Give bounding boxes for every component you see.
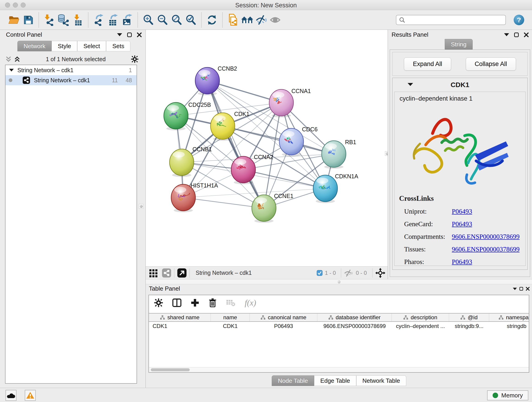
left-splitter-handle[interactable]: [139, 204, 143, 209]
table-cell[interactable]: cyclin–dependent ...: [392, 322, 449, 331]
delete-column-trash-icon[interactable]: [209, 298, 217, 307]
string-results-content: Expand All Collapse All CDK1 cyclin–depe…: [390, 50, 530, 277]
tab-edge-table[interactable]: Edge Table: [314, 375, 356, 386]
warnings-button[interactable]: [25, 390, 36, 401]
selected-nodes-checkbox-icon[interactable]: [317, 270, 323, 276]
network-options-gear-icon[interactable]: [131, 55, 139, 63]
zoom-in-button[interactable]: [141, 13, 155, 27]
network-view-canvas[interactable]: CCNB2CCNA1CDC25BCDK1CDC6RB1CCNB1CCNA2CDK…: [146, 30, 388, 266]
crosslink-link[interactable]: P06493: [452, 208, 472, 215]
eye-icon: [270, 15, 282, 25]
tab-style[interactable]: Style: [51, 41, 77, 51]
table-cell[interactable]: CDK1: [149, 322, 211, 331]
tab-string[interactable]: String: [445, 39, 473, 50]
open-session-button[interactable]: [7, 13, 21, 27]
network-share-gray-icon[interactable]: [162, 268, 171, 278]
column-header-description[interactable]: description: [392, 313, 449, 321]
network-row[interactable]: String Network – cdk1 11 48: [6, 75, 137, 85]
open-in-window-icon[interactable]: [177, 268, 187, 278]
tab-node-table[interactable]: Node Table: [272, 375, 314, 386]
crosslink-label: GeneCard:: [394, 220, 452, 228]
table-horizontal-scrollbar[interactable]: [149, 367, 529, 372]
houses-button[interactable]: [240, 13, 254, 27]
memory-button[interactable]: Memory: [487, 390, 528, 400]
refresh-icon: [207, 15, 217, 25]
tab-network[interactable]: Network: [17, 41, 51, 51]
tab-sets[interactable]: Sets: [106, 41, 130, 51]
birdseye-grid-icon[interactable]: [149, 268, 158, 278]
table-cell[interactable]: stringdb:9...: [449, 322, 489, 331]
hide-selected-button[interactable]: [254, 13, 268, 27]
table-cell[interactable]: P06493: [250, 322, 317, 331]
export-table-button[interactable]: [106, 13, 120, 27]
gene-section: CDK1 cyclin–dependent kinase 1: [392, 78, 528, 270]
open-folder-icon: [8, 15, 20, 25]
column-header-canonical-name[interactable]: canonical name: [250, 313, 317, 321]
table-cell[interactable]: stringdb: [489, 322, 529, 331]
column-header-namespace[interactable]: namespace: [489, 313, 529, 321]
crosslink-link[interactable]: 9606.ENSP00000378699: [452, 233, 520, 240]
zoom-fit-button[interactable]: [170, 13, 184, 27]
show-columns-icon[interactable]: [172, 298, 181, 307]
export-image-button[interactable]: [120, 13, 134, 27]
import-network-database-button[interactable]: [56, 13, 70, 27]
import-table-icon: [72, 14, 83, 26]
column-header-database-identifier[interactable]: database identifier: [317, 313, 392, 321]
node-label-ccna2: CCNA2: [254, 154, 273, 160]
crosslink-link[interactable]: P06493: [452, 220, 472, 228]
column-header-name[interactable]: name: [211, 313, 250, 321]
tab-select[interactable]: Select: [77, 41, 106, 51]
table-cell[interactable]: CDK1: [211, 322, 250, 331]
duplicate-network-button[interactable]: [226, 13, 240, 27]
add-column-plus-icon[interactable]: [191, 298, 199, 307]
table-panel-close-icon[interactable]: [526, 287, 530, 291]
search-input[interactable]: [396, 15, 506, 25]
scrollbar-thumb[interactable]: [151, 368, 190, 371]
column-header-shared-name[interactable]: shared name: [149, 313, 211, 321]
help-button[interactable]: ?: [514, 15, 524, 25]
table-panel-menu-icon[interactable]: [513, 287, 517, 290]
expand-all-button[interactable]: Expand All: [404, 57, 451, 70]
table-cell[interactable]: 9606.ENSP00000378699: [317, 322, 392, 331]
save-session-button[interactable]: [21, 13, 35, 27]
table-panel-float-icon[interactable]: [519, 287, 523, 291]
zoom-out-button[interactable]: [155, 13, 170, 27]
zoom-selected-button[interactable]: [184, 13, 198, 27]
control-panel-close-icon[interactable]: [137, 32, 142, 37]
gene-section-header[interactable]: CDK1: [393, 78, 527, 92]
results-panel-close-icon[interactable]: [524, 32, 529, 37]
function-builder-icon[interactable]: f(x): [245, 298, 256, 307]
import-network-file-button[interactable]: [42, 13, 56, 27]
cloud-button[interactable]: [6, 390, 17, 401]
gene-collapse-icon[interactable]: [408, 83, 413, 86]
collapse-all-chevron-icon[interactable]: [5, 56, 12, 62]
horizontal-splitter[interactable]: [146, 279, 532, 284]
table-options-gear-icon[interactable]: [154, 298, 163, 307]
node-label-hist1h1a: HIST1H1A: [191, 182, 218, 189]
node-table-box: f(x) shared namenamecanonical namedataba…: [148, 295, 529, 373]
splitter-grip[interactable]: [338, 280, 341, 283]
node-label-cdc6: CDC6: [302, 126, 317, 133]
results-panel-menu-icon[interactable]: [504, 33, 509, 36]
delete-table-icon-disabled[interactable]: [226, 299, 235, 307]
crosslink-link[interactable]: 9606.ENSP00000378699: [452, 245, 520, 253]
network-collection-row[interactable]: String Network – cdk1 1: [6, 65, 137, 75]
refresh-button[interactable]: [205, 13, 219, 27]
expand-all-chevron-icon[interactable]: [14, 56, 21, 62]
table-row[interactable]: CDK1CDK1P064939606.ENSP00000378699cyclin…: [149, 322, 529, 331]
control-panel-menu-icon[interactable]: [117, 33, 122, 36]
pan-crosshair-icon[interactable]: [375, 268, 385, 278]
show-eye-button-disabled[interactable]: [268, 13, 283, 27]
crosslink-link[interactable]: P06493: [452, 258, 472, 266]
column-header--id[interactable]: @id: [449, 313, 489, 321]
node-label-rb1: RB1: [345, 139, 356, 145]
control-panel-float-icon[interactable]: [127, 32, 132, 37]
import-table-button[interactable]: [70, 13, 85, 27]
memory-label: Memory: [501, 392, 523, 399]
tab-network-table[interactable]: Network Table: [356, 375, 406, 386]
collection-collapse-icon[interactable]: [9, 69, 14, 71]
collapse-all-button[interactable]: Collapse All: [466, 57, 516, 70]
results-panel-float-icon[interactable]: [514, 32, 519, 37]
export-network-button[interactable]: [92, 13, 106, 27]
warning-triangle-icon: [26, 392, 34, 399]
